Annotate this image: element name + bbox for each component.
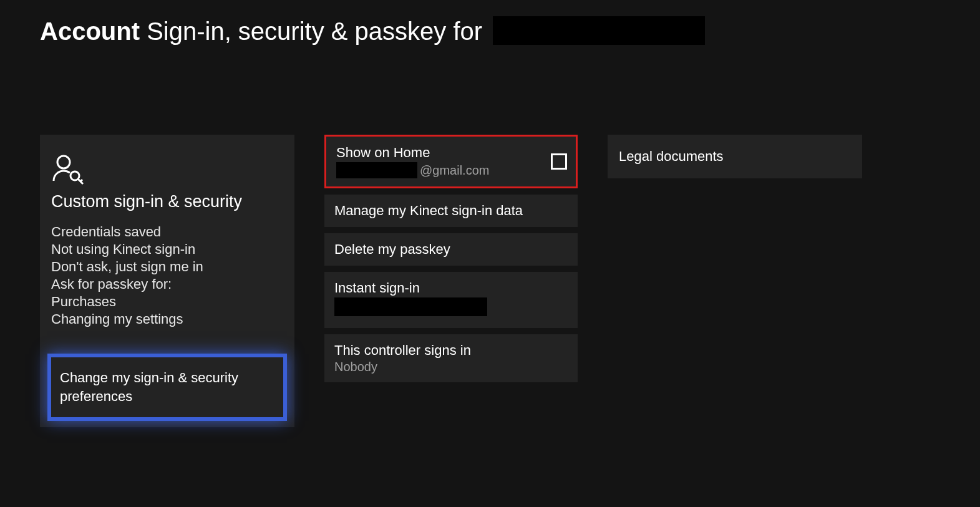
- manage-kinect-label: Manage my Kinect sign-in data: [334, 203, 568, 219]
- email-suffix: @gmail.com: [420, 163, 489, 178]
- delete-passkey-label: Delete my passkey: [334, 241, 568, 258]
- user-key-icon: [51, 148, 283, 192]
- page-title: Account Sign-in, security & passkey for: [0, 0, 980, 47]
- right-column: Legal documents: [608, 135, 862, 178]
- status-line: Changing my settings: [51, 311, 283, 327]
- change-signin-preferences-button[interactable]: Change my sign-in & security preferences: [47, 354, 287, 420]
- show-on-home-checkbox[interactable]: [551, 153, 567, 170]
- instant-signin-title: Instant sign-in: [334, 280, 568, 296]
- legal-documents-label: Legal documents: [619, 148, 851, 165]
- legal-documents-tile[interactable]: Legal documents: [608, 135, 862, 178]
- options-column: Show on Home @gmail.com Manage my Kinect…: [324, 135, 578, 382]
- show-on-home-title: Show on Home: [336, 145, 542, 161]
- svg-point-0: [57, 156, 70, 168]
- show-on-home-email: @gmail.com: [336, 162, 542, 178]
- controller-signs-in-title: This controller signs in: [334, 342, 568, 359]
- status-line: Not using Kinect sign-in: [51, 241, 283, 258]
- gamertag-redacted: [493, 16, 705, 45]
- show-on-home-tile[interactable]: Show on Home @gmail.com: [324, 135, 578, 188]
- controller-signs-in-tile[interactable]: This controller signs in Nobody: [324, 334, 578, 382]
- status-line: Don't ask, just sign me in: [51, 259, 283, 275]
- delete-passkey-tile[interactable]: Delete my passkey: [324, 233, 578, 266]
- instant-signin-value-redacted: [334, 297, 487, 316]
- signin-security-card: Custom sign-in & security Credentials sa…: [40, 135, 294, 427]
- controller-signs-in-value: Nobody: [334, 360, 568, 374]
- instant-signin-tile[interactable]: Instant sign-in: [324, 272, 578, 328]
- manage-kinect-tile[interactable]: Manage my Kinect sign-in data: [324, 195, 578, 227]
- page-title-rest: Sign-in, security & passkey for: [147, 17, 482, 45]
- status-line: Credentials saved: [51, 224, 283, 240]
- status-line: Purchases: [51, 294, 283, 310]
- email-redacted: [336, 162, 417, 178]
- svg-point-1: [70, 171, 79, 180]
- page-title-bold: Account: [40, 17, 140, 45]
- signin-security-status-lines: Credentials saved Not using Kinect sign-…: [51, 223, 283, 329]
- signin-security-title: Custom sign-in & security: [51, 192, 283, 211]
- status-line: Ask for passkey for:: [51, 276, 283, 292]
